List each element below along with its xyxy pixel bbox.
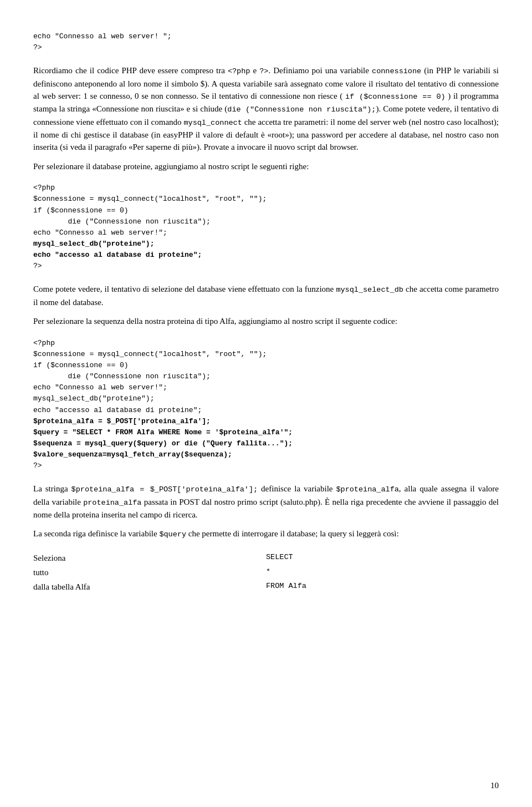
top-code-line2: ?> bbox=[33, 43, 42, 52]
top-code-line1: echo "Connesso al web server! "; bbox=[33, 32, 172, 40]
p1-text-start: Ricordiamo che il codice PHP deve essere… bbox=[33, 66, 228, 75]
cb1-line4: die ("Connessione non riuscita"); bbox=[33, 217, 211, 226]
p4-text: Per selezionare la sequenza della nostra… bbox=[33, 317, 397, 326]
cb2-line2: $connessione = mysql_connect("localhost"… bbox=[33, 350, 267, 358]
cb2-line4: die ("Connessione non riuscita"); bbox=[33, 372, 211, 380]
p1-code-die: die ("Connessione non riuscita"); bbox=[227, 105, 376, 114]
table-cell-left-2: tutto bbox=[33, 565, 266, 580]
cb1-line5: echo "Connesso al web server!"; bbox=[33, 229, 167, 237]
cb2-line7: echo "accesso al database di proteine"; bbox=[33, 406, 202, 414]
p1-code-php: <?php bbox=[228, 67, 250, 75]
paragraph-1: Ricordiamo che il codice PHP deve essere… bbox=[33, 64, 499, 154]
p1-text-dot: . Definiamo poi una variabile bbox=[268, 66, 372, 75]
cb1-line7: echo "accesso al database di proteine"; bbox=[33, 251, 202, 259]
cb2-line3: if ($connessione == 0) bbox=[33, 361, 129, 369]
p1-code-close: ?> bbox=[259, 67, 268, 75]
cb1-line8: ?> bbox=[33, 262, 42, 270]
p1-text-e: e bbox=[250, 66, 259, 75]
cb1-line1: <?php bbox=[33, 184, 55, 192]
p5-code-2: $proteina_alfa bbox=[336, 485, 398, 494]
cb2-line10: $sequenza = mysql_query($query) or die (… bbox=[33, 439, 293, 448]
table-cell-right-3: FROM Alfa bbox=[266, 580, 499, 594]
cb2-line12: ?> bbox=[33, 461, 42, 470]
table-cell-left-1: Seleziona bbox=[33, 551, 266, 565]
page-content: echo "Connesso al web server! "; ?> Rico… bbox=[33, 28, 499, 594]
p5b-text-end: che permette di interrogare il database;… bbox=[186, 529, 399, 538]
paragraph-5b: La seconda riga definisce la variabile $… bbox=[33, 527, 499, 540]
table-cell-right-1: SELECT bbox=[266, 551, 499, 565]
table-row-1: Seleziona SELECT bbox=[33, 551, 499, 565]
p1-code-mysql-connect: mysql_connect bbox=[183, 119, 242, 127]
p5-code-3: proteina_alfa bbox=[83, 499, 141, 507]
p5-code-1: $proteina_alfa = $_POST['proteina_alfa']… bbox=[71, 485, 258, 494]
cb1-line3: if ($connessione == 0) bbox=[33, 206, 129, 215]
cb1-line6: mysql_select_db("proteine"); bbox=[33, 240, 154, 248]
cb2-line11: $valore_sequenza=mysql_fetch_array($sequ… bbox=[33, 450, 232, 459]
cb2-line6: mysql_select_db("proteine"); bbox=[33, 394, 154, 403]
page-number: 10 bbox=[490, 781, 499, 790]
query-table-section: Seleziona SELECT tutto * dalla tabella A… bbox=[33, 551, 499, 594]
table-cell-right-2: * bbox=[266, 565, 499, 580]
p1-code-connessione: connessione bbox=[372, 67, 421, 75]
p5b-code-query: $query bbox=[159, 530, 186, 539]
cb2-line5: echo "Connesso al web server!"; bbox=[33, 383, 167, 392]
p3-code-mysql-select: mysql_select_db bbox=[336, 286, 403, 294]
cb1-line2: $connessione = mysql_connect("localhost"… bbox=[33, 195, 267, 203]
p5-text-definisce: definisce la variabile bbox=[258, 484, 336, 493]
table-row-2: tutto * bbox=[33, 565, 499, 580]
cb2-line8: $proteina_alfa = $_POST['proteina_alfa']… bbox=[33, 417, 211, 425]
table-cell-left-3: dalla tabella Alfa bbox=[33, 580, 266, 594]
cb2-line1: <?php bbox=[33, 339, 55, 347]
paragraph-3: Come potete vedere, il tentativo di sele… bbox=[33, 283, 499, 308]
paragraph-2: Per selezionare il database proteine, ag… bbox=[33, 160, 499, 173]
query-table: Seleziona SELECT tutto * dalla tabella A… bbox=[33, 551, 499, 594]
table-row-3: dalla tabella Alfa FROM Alfa bbox=[33, 580, 499, 594]
cb2-line9: $query = "SELECT * FROM Alfa WHERE Nome … bbox=[33, 428, 293, 437]
p5-text-start: La stringa bbox=[33, 484, 71, 493]
paragraph-5: La stringa $proteina_alfa = $_POST['prot… bbox=[33, 483, 499, 521]
code-block-1: <?php $connessione = mysql_connect("loca… bbox=[33, 179, 499, 275]
p1-code-if: if ($connessione == 0) bbox=[345, 93, 446, 101]
top-code-block: echo "Connesso al web server! "; ?> bbox=[33, 28, 499, 57]
paragraph-4: Per selezionare la sequenza della nostra… bbox=[33, 315, 499, 328]
p5b-text-start: La seconda riga definisce la variabile bbox=[33, 529, 159, 538]
p2-text: Per selezionare il database proteine, ag… bbox=[33, 162, 309, 171]
code-block-2: <?php $connessione = mysql_connect("loca… bbox=[33, 334, 499, 475]
p3-text-start: Come potete vedere, il tentativo di sele… bbox=[33, 285, 336, 293]
